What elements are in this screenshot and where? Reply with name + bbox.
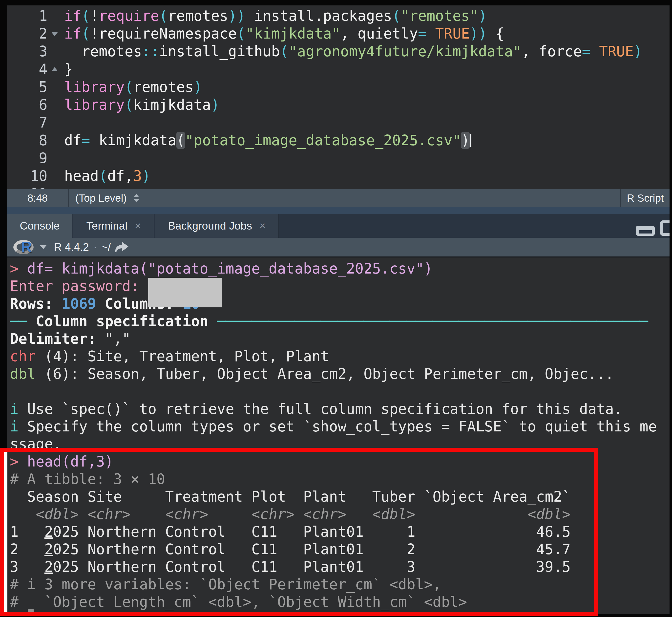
page-background-sliver [3, 448, 7, 616]
text-segment: Delimiter: [10, 330, 105, 347]
text-segment: ( [392, 7, 401, 24]
source-editor[interactable]: 1if(!require(remotes)) install.packages(… [7, 5, 670, 189]
code-text: library(remotes) [64, 78, 202, 96]
text-segment: ( [280, 43, 288, 60]
editor-line: 4} [7, 60, 670, 78]
text-segment: library [64, 78, 125, 95]
console-line: # `Object Length_cm` <dbl>, `Object Widt… [10, 593, 670, 611]
text-segment: 025 [53, 524, 79, 540]
line-number[interactable]: 1 [7, 7, 47, 25]
text-segment: (6): Season, Tuber, Object Area_cm2, Obj… [36, 366, 614, 382]
console-line [10, 383, 670, 400]
text-segment: 025 [53, 559, 79, 575]
text-segment: "potato_image_database_2025.csv" [185, 132, 461, 149]
text-segment: ( [81, 7, 90, 24]
line-number[interactable]: 4 [7, 60, 47, 78]
text-segment: > [10, 260, 27, 277]
line-number[interactable]: 8 [7, 132, 47, 149]
r-version-label: R 4.4.2 [54, 241, 89, 253]
text-segment: ────────────────────────────────────────… [217, 313, 648, 330]
fold-gutter [47, 42, 64, 60]
text-segment: Enter password: [10, 278, 148, 294]
console-line: 1 2025 Northern Control C11 Plant01 1 46… [10, 523, 670, 541]
fold-gutter [47, 96, 64, 114]
tab-terminal[interactable]: Terminal× [73, 214, 154, 238]
line-number[interactable]: 9 [7, 149, 47, 167]
text-segment: if [64, 7, 81, 24]
pane-separator [7, 207, 670, 214]
text-segment: remotes [133, 78, 193, 95]
console-line: > df= kimjkdata("potato_image_database_2… [10, 260, 670, 277]
close-icon[interactable]: × [135, 220, 141, 232]
editor-line: 10head(df,3) [7, 167, 670, 185]
text-segment: 3 [133, 168, 142, 184]
line-number[interactable]: 6 [7, 96, 47, 114]
line-number[interactable]: 3 [7, 42, 47, 60]
fold-up-icon[interactable] [47, 60, 64, 78]
fold-gutter [47, 7, 64, 25]
text-segment: Specify the column types or set `show_co… [19, 418, 657, 435]
password-redaction-box [148, 278, 222, 307]
text-segment: install_github [159, 43, 280, 60]
code-text: head(df,3) [64, 167, 151, 185]
tab-console[interactable]: Console [7, 214, 72, 238]
maximize-pane-icon[interactable] [660, 220, 670, 236]
working-directory-label: ~/ [101, 241, 111, 253]
engine-dropdown-icon[interactable] [40, 245, 46, 249]
text-segment: remotes [168, 7, 228, 24]
text-segment: requireNamespace [99, 25, 237, 42]
text-segment: head [64, 168, 99, 184]
text-segment: :: [142, 43, 159, 60]
tab-label: Console [20, 220, 59, 232]
line-number[interactable]: 2 [7, 25, 47, 42]
fold-down-icon[interactable] [47, 25, 64, 42]
console-line: dbl (6): Season, Tuber, Object Area_cm2,… [10, 365, 670, 383]
text-segment: > [10, 453, 27, 470]
text-segment: ) [142, 168, 151, 184]
text-segment: ) [461, 132, 470, 149]
line-number[interactable]: 11 [7, 185, 47, 189]
console-line: i Specify the column types or set `show_… [10, 418, 670, 435]
text-segment: 1069 [62, 295, 96, 312]
text-segment: = [582, 43, 591, 60]
text-segment [591, 43, 599, 60]
text-segment: )) [470, 25, 487, 42]
console-cursor [28, 609, 34, 612]
console-line: 2 2025 Northern Control C11 Plant01 2 45… [10, 541, 670, 558]
line-number[interactable]: 7 [7, 114, 47, 132]
text-segment: ! [90, 25, 99, 42]
console-line: 3 2025 Northern Control C11 Plant01 3 39… [10, 558, 670, 576]
text-segment: } [64, 61, 73, 77]
line-number[interactable]: 10 [7, 167, 47, 185]
text-segment: TRUE [599, 43, 634, 60]
tab-background-jobs[interactable]: Background Jobs× [155, 214, 279, 238]
pane-window-controls [636, 220, 668, 236]
text-segment: library [64, 96, 125, 113]
console-output[interactable]: > df= kimjkdata("potato_image_database_2… [7, 257, 670, 614]
text-segment: { [487, 25, 504, 42]
text-segment: df [64, 132, 81, 149]
text-segment: )) [228, 7, 245, 24]
scope-selector[interactable]: (Top Level) [69, 192, 620, 204]
text-segment: ) [211, 96, 220, 113]
goto-working-directory-icon[interactable] [114, 241, 130, 253]
text-segment: ( [159, 7, 168, 24]
close-icon[interactable]: × [259, 220, 266, 232]
text-segment: Column specification [36, 313, 217, 330]
text-segment: , quietly [340, 25, 418, 42]
r-logo-icon: R [13, 239, 36, 255]
minimize-pane-icon[interactable] [636, 226, 655, 236]
console-line: <dbl> <chr> <chr> <chr> <chr> <dbl> <dbl… [10, 505, 670, 523]
code-text: if(!require(remotes)) install.packages("… [64, 7, 487, 25]
editor-line: 6library(kimjkdata) [7, 96, 670, 114]
line-number[interactable]: 5 [7, 78, 47, 96]
text-segment: ( [125, 96, 133, 113]
text-segment [427, 25, 435, 42]
up-down-stepper-icon[interactable] [134, 194, 139, 202]
text-segment: , force [521, 43, 582, 60]
text-segment: = [81, 132, 90, 149]
file-type-selector[interactable]: R Script [621, 192, 670, 204]
text-segment: head(df,3) [27, 453, 114, 470]
text-segment: Season Site Treatment Plot Plant Tuber `… [10, 488, 571, 505]
text-segment: ) [634, 43, 642, 60]
